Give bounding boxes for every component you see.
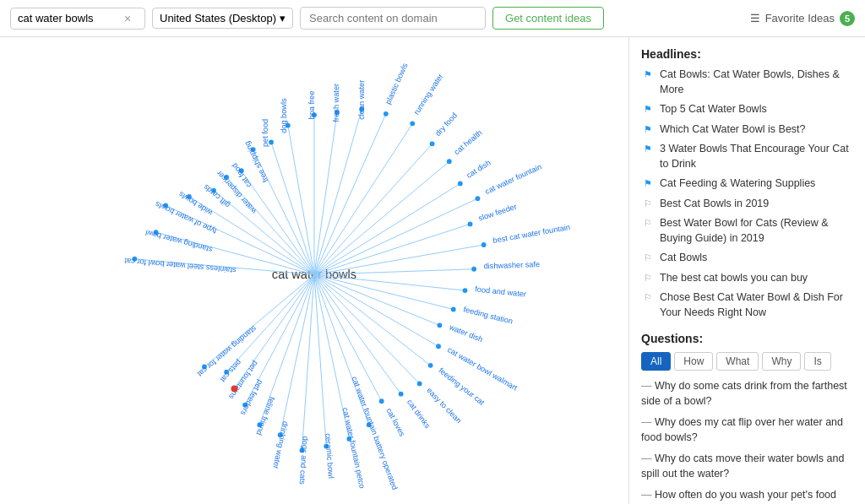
mindmap-line: [314, 224, 471, 274]
search-wrapper: ×: [10, 8, 145, 30]
mindmap-node-label: fresh water: [332, 84, 340, 122]
mindmap-line: [314, 245, 484, 274]
headline-text: 3 Water Bowls That Encourage Your Cat to…: [660, 142, 853, 171]
mindmap-node-label: cat loves: [384, 407, 406, 438]
question-tab-all[interactable]: All: [641, 352, 671, 371]
menu-icon: ☰: [750, 12, 760, 24]
question-dash: —: [641, 416, 655, 428]
headline-icon: ⚑: [641, 123, 655, 137]
mindmap-node-label: cat water fountain petco: [341, 407, 367, 490]
mindmap-node-label: feeding station: [463, 305, 514, 325]
mindmap-node-label: cat health: [453, 128, 484, 156]
mindmap-node-label: cat drinks: [405, 398, 432, 430]
headline-item[interactable]: ⚐The best cat bowls you can buy: [641, 271, 853, 286]
mindmap-node-dot[interactable]: [399, 392, 404, 397]
mindmap-line: [314, 114, 386, 275]
headline-item[interactable]: ⚑Cat Bowls: Cat Water Bowls, Dishes & Mo…: [641, 68, 853, 97]
mindmap-node-dot[interactable]: [410, 121, 415, 126]
headline-icon: ⚐: [641, 272, 655, 285]
headline-icon: ⚐: [641, 217, 655, 230]
mindmap-node-dot[interactable]: [379, 398, 384, 404]
mindmap-node-label: stainless steel water bowl for cat: [124, 257, 237, 275]
highlighted-node-dot[interactable]: [231, 386, 238, 393]
headlines-title: Headlines:: [641, 47, 853, 61]
mindmap-node-dot[interactable]: [481, 242, 487, 247]
mindmap-node-dot[interactable]: [468, 221, 473, 226]
mindmap-node-dot[interactable]: [458, 181, 463, 186]
mindmap-node-dot[interactable]: [447, 159, 452, 164]
headline-text: The best cat bowls you can buy: [660, 271, 808, 286]
mindmap-node-label: standing water bowl: [144, 228, 213, 254]
headline-text: Which Cat Water Bowl is Best?: [660, 122, 806, 138]
favorite-ideas-button[interactable]: ☰ Favorite Ideas 5: [750, 11, 855, 26]
questions-title: Questions:: [641, 332, 853, 345]
mindmap-node-label: best cat water fountain: [492, 223, 571, 245]
question-tab-how[interactable]: How: [674, 352, 713, 371]
mindmap-node-label: dogs and cats: [298, 436, 310, 485]
mindmap-node-label: slow feeder: [477, 203, 518, 223]
headline-icon: ⚑: [641, 68, 655, 82]
questions-list: — Why do some cats drink from the farthe…: [641, 379, 853, 504]
mindmap-node-dot[interactable]: [428, 363, 433, 368]
country-select[interactable]: United States (Desktop) ▾: [152, 8, 293, 29]
domain-search-input[interactable]: [300, 7, 486, 30]
headline-item[interactable]: ⚑Which Cat Water Bowl is Best?: [641, 122, 853, 138]
search-input[interactable]: [18, 12, 119, 24]
mindmap-node-label: plastic bowls: [384, 62, 410, 106]
mindmap-line: [314, 274, 431, 366]
headline-item[interactable]: ⚑Top 5 Cat Water Bowls: [641, 102, 853, 117]
mindmap-node-dot[interactable]: [476, 196, 481, 201]
mindmap-node-dot[interactable]: [384, 111, 389, 117]
questions-section: Questions: AllHowWhatWhyIs — Why do some…: [641, 332, 853, 504]
headline-item[interactable]: ⚐Cat Bowls: [641, 251, 853, 266]
mindmap-line: [288, 126, 314, 275]
question-dash: —: [641, 489, 655, 501]
mindmap-node-label: water dish: [448, 322, 485, 344]
headline-text: Cat Feeding & Watering Supplies: [660, 176, 815, 192]
mindmap-node-dot[interactable]: [438, 322, 443, 328]
mindmap-node-label: dog bowls: [280, 98, 288, 133]
main-content: cat water bowlsstainless steel water bow…: [0, 37, 865, 504]
headline-icon: ⚐: [641, 291, 655, 305]
question-item: — How often do you wash your pet's food …: [641, 488, 853, 504]
headline-text: Cat Bowls: Cat Water Bowls, Dishes & Mor…: [660, 68, 853, 97]
headline-icon: ⚑: [641, 177, 655, 191]
question-tab-what[interactable]: What: [716, 352, 759, 371]
mindmap-line: [271, 142, 314, 274]
question-dash: —: [641, 380, 655, 392]
mindmap-node-label: clean water: [357, 80, 366, 120]
mindmap-node-label: food and water: [475, 285, 527, 298]
mindmap-line: [302, 274, 314, 450]
mindmap-line: [314, 274, 454, 309]
headline-text: Cat Bowls: [660, 251, 707, 266]
mindmap-node-label: dry food: [433, 111, 459, 138]
headline-icon: ⚑: [641, 143, 655, 156]
headline-text: Top 5 Cat Water Bowls: [660, 102, 767, 117]
mindmap-node-label: drinking water: [271, 420, 290, 469]
mindmap-node-dot[interactable]: [463, 288, 468, 293]
mindmap-node-dot[interactable]: [417, 382, 422, 387]
mindmap-node-label: bpa free: [307, 91, 316, 120]
headline-item[interactable]: ⚑3 Water Bowls That Encourage Your Cat t…: [641, 142, 853, 171]
headline-item[interactable]: ⚐Best Cat Bowls in 2019: [641, 197, 853, 212]
get-content-ideas-button[interactable]: Get content ideas: [492, 7, 604, 30]
headline-icon: ⚑: [641, 103, 655, 117]
headline-item[interactable]: ⚐Best Water Bowl for Cats (Review & Buyi…: [641, 216, 853, 246]
question-dash: —: [641, 453, 655, 464]
mindmap-line: [314, 112, 337, 274]
question-tab-why[interactable]: Why: [762, 352, 801, 371]
headline-item[interactable]: ⚑Cat Feeding & Watering Supplies: [641, 176, 853, 192]
mindmap-area[interactable]: cat water bowlsstainless steel water bow…: [0, 37, 628, 504]
mindmap-node-dot[interactable]: [436, 344, 441, 349]
headline-icon: ⚐: [641, 198, 655, 211]
question-item: — Why do cats move their water bowls and…: [641, 452, 853, 481]
mindmap-node-dot[interactable]: [471, 267, 476, 272]
mindmap-node-label: dishwasher safe: [483, 260, 540, 270]
clear-icon[interactable]: ×: [124, 12, 131, 25]
question-tab-is[interactable]: Is: [804, 352, 830, 371]
headline-item[interactable]: ⚐Chose Best Cat Water Bowl & Dish For Yo…: [641, 290, 853, 320]
mindmap-node-label: ceramic bowl: [324, 433, 335, 479]
mindmap-node-dot[interactable]: [451, 307, 456, 312]
mindmap-node-label: cat water fountain: [484, 162, 543, 196]
mindmap-node-dot[interactable]: [430, 141, 435, 146]
